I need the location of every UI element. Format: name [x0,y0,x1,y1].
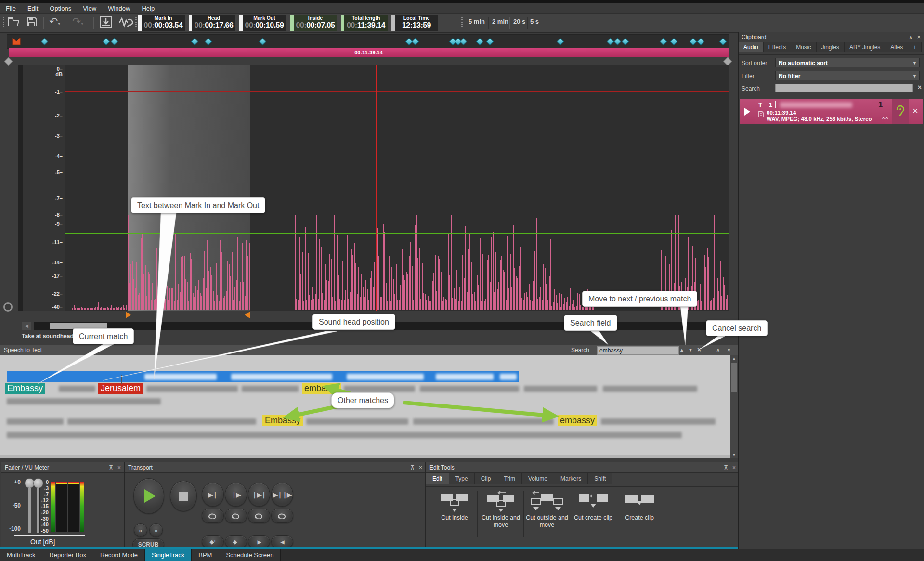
tab-markers[interactable]: Markers [554,473,588,484]
loop-button-1[interactable] [202,509,224,523]
timeline-marker-diamond[interactable] [670,38,678,46]
stop-button[interactable] [170,481,197,511]
transcript-selected-row[interactable] [7,371,519,382]
cut-inside-move-tool[interactable]: Cut inside and move [479,491,522,529]
toolbar-grip3[interactable] [461,17,463,29]
menu-window[interactable]: Window [102,4,136,13]
play-to-markin-button[interactable]: ▶❘ [202,483,224,507]
fader-pin-icon[interactable]: ⊼ [109,464,113,471]
save-icon[interactable] [26,16,38,27]
clip-tab-audio[interactable]: Audio [739,42,764,52]
timeline-marker-strip[interactable] [7,34,729,49]
cut-outside-move-tool[interactable]: Cut outside and move [525,491,569,529]
clipboard-track-item[interactable]: T 1 1 × 00:11:39.14 WAV, MPEG; 48.0 kHz,… [740,99,923,124]
timeline-marker-diamond[interactable] [614,38,622,46]
timeline-marker-diamond[interactable] [607,38,614,46]
clipboard-search-input[interactable] [775,84,913,92]
zoom-5s-button[interactable]: 5 s [530,18,539,25]
clipboard-search-clear-icon[interactable]: × [918,83,922,91]
speech-search-input[interactable]: embassy [597,346,679,355]
timeline-marker-diamond[interactable] [205,38,212,46]
previous-match-button[interactable]: ▲ [679,347,684,352]
tab-shift[interactable]: Shift [588,473,612,484]
view-tab-bpm[interactable]: BPM [192,549,219,561]
loop-button-4[interactable] [271,509,293,523]
next-marker-button[interactable]: ▶ [248,535,270,548]
clip-tab-add[interactable]: + [908,42,922,52]
audio-analysis-icon[interactable] [118,16,133,28]
track-remove-icon[interactable]: × [912,105,918,117]
tab-edit[interactable]: Edit [426,473,449,484]
import-audio-icon[interactable] [99,16,113,28]
timeline-marker-diamond[interactable] [259,38,267,46]
timeline-marker-diamond[interactable] [719,38,727,46]
tab-type[interactable]: Type [449,473,475,484]
transport-close-icon[interactable]: × [419,464,422,471]
timeline-marker-diamond[interactable] [476,38,484,46]
menu-help[interactable]: Help [136,4,160,13]
view-tab-reporter-box[interactable]: Reporter Box [42,549,93,561]
entity-highlight[interactable]: Jerusalem [98,383,143,394]
filter-dropdown[interactable]: No filter ▼ [775,71,920,80]
view-tab-record-mode[interactable]: Record Mode [93,549,145,561]
skip-back-button[interactable]: « [134,523,147,537]
timeline-left-handle[interactable] [4,57,13,65]
redo-icon[interactable]: ↷▾ [72,16,83,29]
transcript-scroll-up[interactable]: ▲ [730,355,738,362]
view-tab-schedule-screen[interactable]: Schedule Screen [219,549,281,561]
play-to-markout-button[interactable]: ❘▶❘ [248,483,270,507]
clip-tab-effects[interactable]: Effects [764,42,791,52]
edit-tools-pin-icon[interactable]: ⊼ [724,464,728,471]
cut-inside-tool[interactable]: Cut inside [433,491,476,522]
zoom-5min-button[interactable]: 5 min [469,18,485,25]
skip-forward-button[interactable]: » [149,523,163,537]
transcript-scroll-thumb[interactable] [731,363,737,392]
sound-head-cursor[interactable] [376,65,377,311]
timeline-marker-diamond[interactable] [412,38,419,46]
prelisten-ear-icon[interactable] [896,105,905,117]
menu-options[interactable]: Options [44,4,77,13]
menu-file[interactable]: File [0,4,22,13]
timeline-marker-diamond[interactable] [191,38,199,46]
loop-indicator-icon[interactable] [3,302,13,312]
transport-pin-icon[interactable]: ⊼ [410,464,415,471]
open-file-icon[interactable] [8,16,21,27]
view-tab-singletrack[interactable]: SingleTrack [145,549,192,561]
create-clip-tool[interactable]: Create clip [618,491,661,522]
other-match-highlight-3[interactable]: embassy [558,415,597,426]
mark-in-flag[interactable] [126,312,131,318]
timeline-marker-diamond[interactable] [697,38,705,46]
clip-tab-music[interactable]: Music [791,42,816,52]
clip-tab-jingles[interactable]: Jingles [817,42,845,52]
timeline-marker-diamond[interactable] [111,38,118,46]
speech-pin-icon[interactable]: ⊼ [716,347,720,353]
add-marker-button[interactable]: ◆⁺ [202,535,224,548]
sort-order-dropdown[interactable]: No automatic sort ▼ [775,58,920,67]
cut-create-clip-tool[interactable]: Cut create clip [572,491,615,522]
timeline-progress-bar[interactable]: 00:11:39.14 [9,48,729,57]
menu-view[interactable]: View [77,4,102,13]
timeline-marker-diamond[interactable] [622,38,629,46]
cancel-search-icon[interactable]: × [697,346,701,353]
timeline-marker-diamond[interactable] [557,38,564,46]
timeline-marker-diamond[interactable] [660,38,667,46]
clip-tab-alles[interactable]: Alles [885,42,908,52]
mark-selection-region[interactable] [128,65,250,311]
transcript-vscroll[interactable]: ▲ ▼ [730,355,738,458]
loop-button-2[interactable] [225,509,247,523]
mark-out-flag[interactable] [245,312,250,318]
timeline-marker-diamond[interactable] [486,38,494,46]
undo-icon[interactable]: ↶▾ [49,16,60,29]
play-over-cut-button[interactable]: ▶❘❘▶ [271,483,293,507]
clip-tab-aby-jingles[interactable]: ABY Jingles [845,42,885,52]
current-match-highlight[interactable]: Embassy [5,383,45,394]
clipboard-pin-icon[interactable]: ⊼ [909,34,913,40]
track-collapse-icon[interactable]: ⌃⌃ [881,117,888,123]
remove-marker-button[interactable]: ◆⁻ [225,535,247,548]
timeline-marker-diamond[interactable] [41,38,49,46]
speech-close-icon[interactable]: × [727,346,731,353]
other-match-highlight-2[interactable]: Embassy [262,415,303,426]
view-tab-multitrack[interactable]: MultiTrack [0,549,42,561]
zoom-20s-button[interactable]: 20 s [513,18,525,25]
zoom-2min-button[interactable]: 2 min [492,18,508,25]
